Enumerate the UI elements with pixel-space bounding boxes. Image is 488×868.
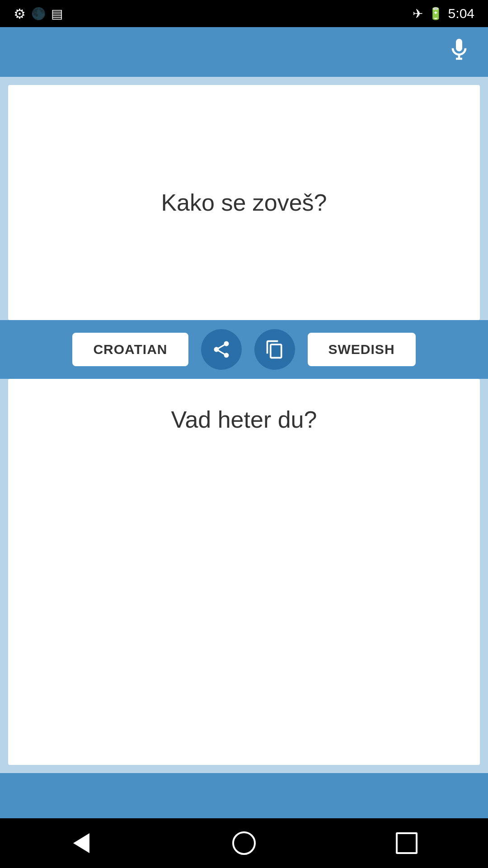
battery-icon: 🔋 [428, 7, 443, 21]
recents-button[interactable] [389, 825, 425, 861]
sd-card-icon: ▤ [51, 6, 63, 21]
copy-button[interactable] [254, 329, 295, 370]
status-bar: ⚙ 🌑 ▤ ✈ 🔋 5:04 [0, 0, 488, 27]
source-panel: Kako se zoveš? [8, 85, 480, 320]
settings-icon: ⚙ [14, 6, 26, 22]
status-time: 5:04 [448, 6, 474, 21]
recents-icon [396, 832, 418, 854]
language-bar: CROATIAN SWEDISH [0, 320, 488, 379]
airplane-icon: ✈ [413, 6, 423, 21]
copy-icon [265, 340, 285, 359]
share-button[interactable] [201, 329, 242, 370]
translation-panel: Vad heter du? [8, 379, 480, 765]
microphone-icon [446, 37, 472, 62]
nav-bar [0, 818, 488, 868]
microphone-button[interactable] [446, 37, 472, 67]
source-language-button[interactable]: CROATIAN [72, 333, 188, 366]
back-icon [73, 833, 89, 853]
bottom-blue-bar [0, 773, 488, 818]
source-text: Kako se zoveš? [143, 171, 345, 234]
main-content: Kako se zoveš? CROATIAN SWEDISH Vad hete… [0, 77, 488, 818]
home-button[interactable] [226, 825, 262, 861]
app-header [0, 27, 488, 77]
moon-icon: 🌑 [31, 7, 46, 21]
translation-text: Vad heter du? [153, 379, 335, 460]
home-icon [232, 831, 256, 855]
target-language-button[interactable]: SWEDISH [308, 333, 416, 366]
status-right-icons: ✈ 🔋 5:04 [413, 6, 474, 21]
status-left-icons: ⚙ 🌑 ▤ [14, 6, 63, 22]
share-icon [211, 340, 231, 359]
back-button[interactable] [63, 825, 99, 861]
